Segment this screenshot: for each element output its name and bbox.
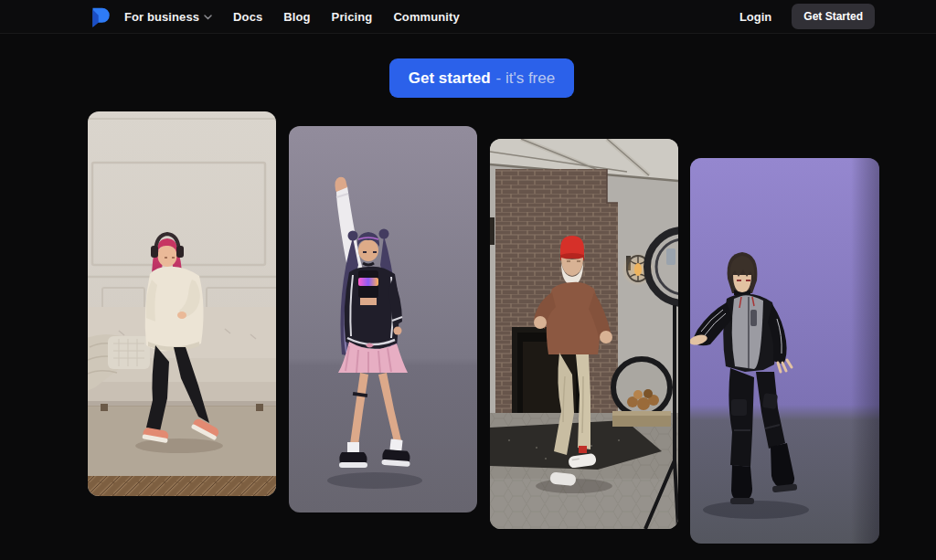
gallery-card-live-man[interactable] — [490, 139, 678, 529]
nav-right: Login Get Started — [739, 4, 875, 29]
get-started-cta-button[interactable]: Get started - it's free — [389, 58, 574, 98]
chevron-down-icon — [204, 15, 212, 20]
nav-links: For business Docs Blog Pricing Community — [124, 10, 460, 24]
gallery-card-live-woman[interactable] — [88, 111, 276, 496]
gallery-card-anime-boy[interactable] — [690, 158, 879, 544]
nav-item-for-business[interactable]: For business — [124, 10, 212, 24]
login-link[interactable]: Login — [739, 10, 771, 24]
anime-girl-illustration — [289, 126, 477, 512]
nav-item-pricing[interactable]: Pricing — [332, 10, 373, 24]
gallery-card-anime-girl[interactable] — [289, 126, 477, 512]
anime-boy-illustration — [690, 158, 879, 544]
live-woman-illustration — [88, 111, 276, 496]
plask-logo-icon — [89, 5, 112, 28]
nav-item-label: For business — [124, 10, 199, 24]
cta-label: Get started — [409, 69, 491, 88]
navbar: For business Docs Blog Pricing Community… — [0, 0, 936, 34]
cta-suffix-label: - it's free — [496, 69, 556, 88]
live-man-illustration — [490, 139, 678, 529]
nav-item-blog[interactable]: Blog — [283, 10, 310, 24]
logo-link[interactable] — [89, 5, 112, 28]
nav-item-docs[interactable]: Docs — [233, 10, 262, 24]
nav-item-community[interactable]: Community — [393, 10, 459, 24]
get-started-nav-button[interactable]: Get Started — [792, 4, 875, 29]
